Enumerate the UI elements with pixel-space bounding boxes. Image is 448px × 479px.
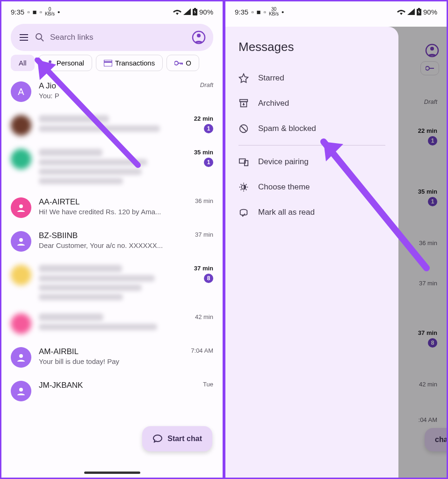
- search-bar[interactable]: Search links: [11, 24, 213, 51]
- conversation-time: 35 min: [194, 149, 213, 156]
- conversation-row[interactable]: 22 min1: [1, 109, 223, 142]
- svg-point-9: [19, 204, 23, 208]
- conversation-time: 42 min: [195, 313, 213, 320]
- phone-right: 9:35 ▫ ■ ▫ 30KB/s • 90%: [225, 1, 447, 478]
- drawer-item-star[interactable]: Starred: [225, 65, 398, 91]
- archive-icon: [238, 98, 249, 109]
- devices-icon: [238, 157, 249, 167]
- conversation-preview: Your bill is due today! Pay: [39, 357, 183, 365]
- wifi-icon: [173, 8, 181, 15]
- svg-rect-7: [104, 61, 112, 63]
- chip-transactions[interactable]: Transactions: [96, 55, 163, 71]
- conversation-time: Tue: [203, 381, 213, 388]
- data-speed: 0KB/s: [45, 7, 55, 16]
- svg-point-5: [49, 60, 51, 63]
- home-indicator: [84, 472, 140, 474]
- conversation-meta: 7:04 AM: [191, 347, 213, 354]
- conversation-row[interactable]: AM-AIRBILYour bill is due today! Pay7:04…: [1, 341, 223, 374]
- read-icon: [238, 207, 249, 218]
- svg-rect-6: [104, 60, 112, 66]
- status-icon: ▫: [251, 8, 253, 16]
- drawer-item-devices[interactable]: Device pairing: [225, 149, 398, 174]
- conversation-time: 22 min: [194, 115, 213, 122]
- drawer-divider: [238, 145, 385, 145]
- avatar: [11, 231, 31, 252]
- battery-icon: [193, 8, 197, 15]
- conversation-body: [39, 149, 187, 184]
- conversation-meta: Draft: [200, 81, 213, 88]
- profile-icon[interactable]: [192, 30, 206, 44]
- menu-icon[interactable]: [18, 32, 29, 43]
- conversation-preview: You: P: [39, 92, 193, 100]
- conversation-row[interactable]: BZ-SBIINBDear Customer, Your a/c no. XXX…: [1, 225, 223, 258]
- battery-icon: [417, 8, 421, 15]
- conversation-time: Draft: [200, 81, 213, 88]
- conversation-body: AA-AIRTELHi! We have credited Rs. 120 by…: [39, 197, 188, 216]
- unread-badge: 1: [204, 124, 213, 133]
- conversation-title: AA-AIRTEL: [39, 197, 188, 207]
- svg-point-8: [174, 61, 178, 65]
- conversation-body: BZ-SBIINBDear Customer, Your a/c no. XXX…: [39, 231, 188, 249]
- conversation-body: [39, 313, 188, 330]
- drawer-item-theme[interactable]: Choose theme: [225, 174, 398, 200]
- avatar: [11, 381, 31, 401]
- signal-icon: [407, 8, 415, 15]
- conversation-list[interactable]: AA JioYou: PDraft22 min135 min1AA-AIRTEL…: [1, 75, 223, 478]
- dot-icon: •: [282, 8, 284, 16]
- drawer-item-read[interactable]: Mark all as read: [225, 200, 398, 225]
- battery-pct: 90%: [199, 8, 213, 16]
- conversation-meta: Tue: [203, 381, 213, 388]
- drawer-item-block[interactable]: Spam & blocked: [225, 116, 398, 141]
- data-speed: 30KB/s: [269, 7, 279, 16]
- conversation-row[interactable]: JM-JKBANKTue: [1, 374, 223, 408]
- conversation-body: [39, 115, 187, 132]
- avatar: [11, 149, 31, 169]
- theme-icon: [238, 182, 249, 192]
- drawer-item-archive[interactable]: Archived: [225, 91, 398, 116]
- category-chips: All Personal Transactions O: [1, 55, 223, 75]
- status-icon: ■: [257, 8, 261, 16]
- conversation-body: JM-JKBANK: [39, 381, 195, 391]
- svg-point-10: [19, 238, 23, 242]
- svg-point-12: [19, 388, 23, 392]
- start-chat-fab[interactable]: Start chat: [142, 426, 212, 451]
- drawer-title: Messages: [225, 40, 398, 65]
- chip-otp[interactable]: O: [166, 55, 199, 71]
- drawer-item-label: Spam & blocked: [258, 124, 316, 133]
- conversation-meta: 37 min: [195, 231, 213, 238]
- status-bar: 9:35 ▫ ■ ▫ 0KB/s • 90%: [1, 1, 223, 20]
- conversation-row[interactable]: AA JioYou: PDraft: [1, 75, 223, 109]
- status-icon: ▫: [27, 8, 29, 16]
- conversation-body: A JioYou: P: [39, 81, 193, 100]
- avatar: [11, 265, 31, 285]
- conversation-meta: 37 min8: [194, 265, 213, 283]
- avatar: [11, 347, 31, 368]
- drawer-item-label: Mark all as read: [258, 208, 315, 217]
- conversation-body: [39, 265, 187, 300]
- conversation-row[interactable]: 42 min: [1, 307, 223, 341]
- conversation-body: AM-AIRBILYour bill is due today! Pay: [39, 347, 183, 365]
- conversation-meta: 36 min: [195, 197, 213, 204]
- status-icon: ■: [33, 8, 37, 16]
- card-icon: [104, 60, 112, 66]
- chip-personal[interactable]: Personal: [38, 55, 92, 71]
- conversation-row[interactable]: 35 min1: [1, 142, 223, 191]
- conversation-title: JM-JKBANK: [39, 381, 195, 390]
- conversation-time: 37 min: [194, 265, 213, 272]
- chip-all[interactable]: All: [11, 55, 35, 71]
- conversation-row[interactable]: 37 min8: [1, 258, 223, 307]
- status-icon: ▫: [264, 8, 266, 16]
- unread-badge: 8: [204, 274, 213, 283]
- phone-left: 9:35 ▫ ■ ▫ 0KB/s • 90% Search links All …: [1, 1, 223, 478]
- star-icon: [238, 73, 249, 83]
- conversation-row[interactable]: AA-AIRTELHi! We have credited Rs. 120 by…: [1, 191, 223, 225]
- conversation-title: AM-AIRBIL: [39, 347, 183, 356]
- search-input[interactable]: Search links: [50, 33, 186, 42]
- clock: 9:35: [11, 8, 24, 16]
- svg-rect-14: [418, 8, 420, 9]
- drawer-item-label: Starred: [258, 73, 284, 83]
- search-icon: [35, 33, 44, 42]
- fab-label: Start chat: [167, 435, 202, 443]
- conversation-time: 7:04 AM: [191, 347, 213, 354]
- avatar: [11, 197, 31, 218]
